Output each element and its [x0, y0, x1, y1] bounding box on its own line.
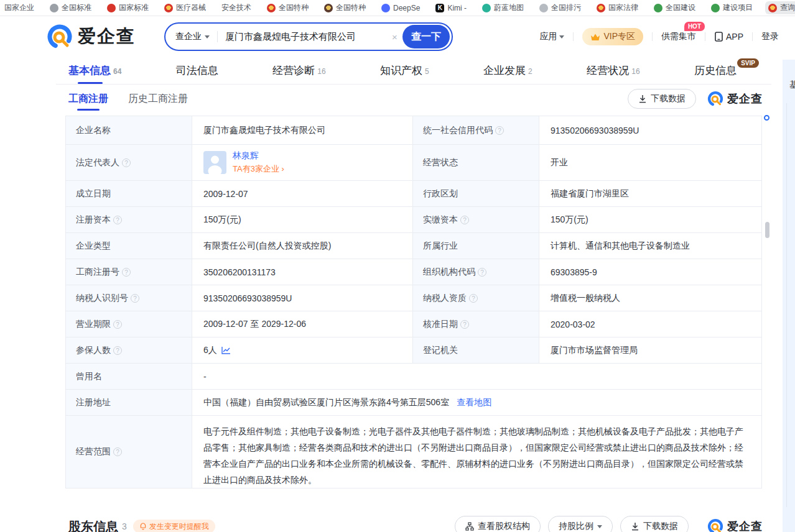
avatar[interactable] — [203, 151, 226, 174]
field-label: 注册地址 — [66, 390, 192, 415]
establish-date-value: 2009-12-07 — [192, 181, 413, 206]
help-icon[interactable] — [478, 268, 486, 277]
view-equity-structure-button[interactable]: 查看股权结构 — [455, 516, 541, 532]
help-icon[interactable] — [460, 320, 469, 329]
tab-history-info[interactable]: 历史信息 SVIP — [694, 57, 737, 84]
bookmark-item[interactable]: 建设项目 — [708, 1, 756, 14]
aiqicha-watermark: 爱企查 — [707, 91, 763, 107]
bookmark-item[interactable]: 全国标准 — [47, 1, 95, 14]
bookmark-item[interactable]: 国家企业 — [1, 1, 37, 14]
table-row: 法定代表人 林泉辉 TA有3家企业 › 经营状态 开业 — [66, 145, 761, 181]
bookmark-item[interactable]: KKimi - — [432, 2, 470, 14]
bookmark-item[interactable]: 全国建设 — [651, 1, 699, 14]
shareholding-ratio-dropdown[interactable]: 持股比例 — [548, 516, 613, 532]
badge-favicon-icon — [324, 4, 333, 12]
table-row: 成立日期 2009-12-07 行政区划 福建省厦门市湖里区 — [66, 181, 761, 207]
structure-icon — [465, 522, 474, 531]
bookmark-item[interactable]: 蔚蓝地图 — [479, 1, 527, 14]
bookmark-item[interactable]: 国家标准 — [104, 1, 152, 14]
login-link[interactable]: 登录 — [761, 31, 779, 42]
bookmark-item[interactable]: 安全技术 — [218, 1, 254, 14]
logo-text: 爱企查 — [78, 24, 136, 49]
help-icon[interactable] — [122, 268, 131, 277]
registration-authority-value: 厦门市市场监督管理局 — [539, 337, 763, 363]
table-row: 曾用名 - — [66, 364, 761, 390]
main-content: 基本信息64 司法信息 经营诊断16 知识产权5 企业发展2 经营状况16 历史… — [56, 57, 771, 532]
bell-icon — [139, 523, 147, 530]
supply-market-link[interactable]: 供需集市 HOT — [661, 31, 696, 42]
subtab-business-registration[interactable]: 工商注册 — [68, 88, 108, 111]
tab-company-development[interactable]: 企业发展2 — [483, 57, 532, 84]
bookmark-item[interactable]: 全国排污 — [536, 1, 584, 14]
bookmark-item[interactable]: 全国特种 — [321, 1, 369, 14]
chevron-down-icon — [597, 525, 602, 528]
view-map-link[interactable]: 查看地图 — [457, 397, 491, 408]
search-bar: 查企业 × 查一下 — [164, 22, 453, 51]
tab-business-diagnosis[interactable]: 经营诊断16 — [272, 57, 325, 84]
industry-value: 计算机、通信和其他电子设备制造业 — [539, 233, 763, 259]
table-row: 工商注册号 350206200131173 组织机构代码 69303895-9 — [66, 259, 761, 285]
help-icon[interactable] — [113, 320, 122, 329]
table-row: 注册地址 中国（福建）自由贸易试验区厦门片区海景东路4号第五层506室 查看地图 — [66, 390, 761, 416]
registration-number-value: 350206200131173 — [192, 259, 413, 285]
trend-chart-icon[interactable] — [221, 346, 231, 354]
subtab-history-registration[interactable]: 历史工商注册 — [128, 88, 188, 111]
help-icon[interactable] — [460, 216, 469, 224]
change-reminder-button[interactable]: 发生变更时提醒我 — [133, 520, 215, 532]
field-label: 纳税人资质 — [413, 285, 539, 311]
clear-search-icon[interactable]: × — [392, 32, 398, 42]
help-icon[interactable] — [113, 447, 122, 456]
search-button[interactable]: 查一下 — [402, 25, 450, 48]
green-favicon-icon — [654, 4, 662, 12]
emblem-favicon-icon — [768, 4, 777, 12]
browser-bookmarks-bar: 国家企业 全国标准 国家标准 医疗器械 安全技术 全国特种 全国特种 DeepS… — [0, 0, 795, 16]
anchor-current-dot[interactable] — [764, 115, 769, 121]
chevron-down-icon — [205, 35, 210, 39]
credit-code-value: 91350206693038959U — [539, 116, 763, 144]
vip-zone-button[interactable]: VIP专区 — [582, 28, 643, 45]
download-data-button[interactable]: 下载数据 — [620, 516, 689, 532]
apps-menu[interactable]: 应用 — [539, 31, 564, 42]
field-label: 经营范围 — [66, 416, 192, 488]
emblem-favicon-icon — [164, 4, 173, 12]
help-icon[interactable] — [113, 346, 122, 355]
bookmark-item[interactable]: DeepSe — [378, 2, 423, 14]
tab-basic-info[interactable]: 基本信息64 — [68, 57, 121, 84]
scrollbar-thumb[interactable] — [765, 222, 769, 238]
help-icon[interactable] — [469, 294, 478, 303]
field-label: 企业名称 — [66, 116, 192, 144]
bookmark-item[interactable]: 国家法律 — [593, 1, 641, 14]
header-nav: 应用 VIP专区 供需集市 HOT APP 登录 — [539, 28, 779, 45]
divider — [652, 32, 653, 41]
bookmark-item-active[interactable]: 查询服务 — [765, 1, 795, 14]
help-icon[interactable] — [131, 294, 139, 303]
active-tab-underline — [78, 82, 103, 84]
registration-table: 企业名称 厦门市鑫晟煌电子技术有限公司 统一社会信用代码 91350206693… — [65, 116, 762, 488]
help-icon[interactable] — [495, 126, 504, 135]
search-category-dropdown[interactable]: 查企业 — [175, 31, 210, 42]
download-data-button[interactable]: 下载数据 — [628, 89, 696, 109]
registered-capital-value: 150万(元) — [192, 207, 413, 232]
field-label: 登记机关 — [413, 337, 539, 363]
search-input[interactable] — [225, 32, 392, 42]
tab-operating-status[interactable]: 经营状况16 — [587, 57, 639, 84]
help-icon[interactable] — [113, 216, 122, 224]
divider — [573, 32, 574, 41]
download-icon — [631, 522, 639, 531]
field-label: 经营状态 — [413, 145, 539, 180]
svip-badge: SVIP — [737, 58, 759, 68]
legal-rep-cell: 林泉辉 TA有3家企业 › — [192, 145, 413, 180]
related-companies-link[interactable]: TA有3家企业 › — [233, 164, 284, 173]
field-label: 企业类型 — [66, 233, 192, 259]
shareholders-actions: 查看股权结构 持股比例 下载数据 爱企查 — [455, 516, 764, 532]
app-download-link[interactable]: APP — [714, 32, 743, 42]
bookmark-item[interactable]: 医疗器械 — [161, 1, 209, 14]
bookmark-item[interactable]: 全国特种 — [264, 1, 312, 14]
tab-judicial-info[interactable]: 司法信息 — [176, 57, 218, 84]
taxpayer-qualification-value: 增值税一般纳税人 — [539, 285, 763, 311]
help-icon[interactable] — [122, 158, 131, 167]
legal-rep-name-link[interactable]: 林泉辉 — [233, 150, 259, 160]
tab-intellectual-property[interactable]: 知识产权5 — [380, 57, 429, 84]
field-label: 所属行业 — [413, 233, 539, 259]
aiqicha-logo[interactable]: 爱企查 — [47, 24, 136, 50]
